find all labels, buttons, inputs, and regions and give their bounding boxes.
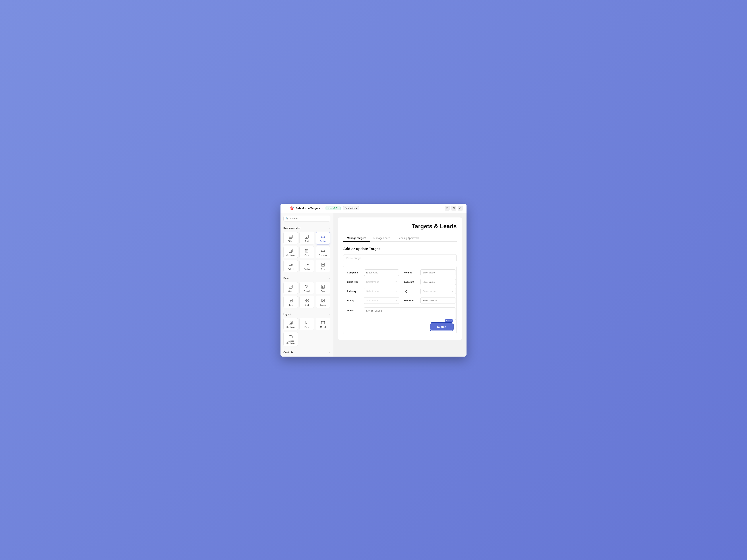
svg-rect-22 bbox=[289, 285, 292, 288]
section-recommended-chevron-icon[interactable]: ▾ bbox=[329, 227, 330, 229]
live-badge: Live v0.2.1 bbox=[326, 206, 341, 210]
form-grid: Company Holding Sales Rep Select bbox=[347, 269, 453, 320]
widget-form-layout[interactable]: Form bbox=[300, 318, 314, 330]
svg-point-20 bbox=[307, 264, 308, 265]
select-industry[interactable]: Select value ▾ bbox=[364, 288, 399, 294]
textinput-icon bbox=[321, 249, 325, 253]
section-controls: Controls ▾ bbox=[281, 348, 333, 356]
widget-funnel[interactable]: Funnel bbox=[300, 282, 314, 294]
widget-table-label: Table bbox=[288, 240, 293, 242]
section-layout-chevron-icon[interactable]: ▾ bbox=[329, 313, 330, 315]
image-icon bbox=[321, 298, 325, 303]
text-data-icon bbox=[288, 298, 293, 303]
widget-select-label: Select bbox=[288, 268, 293, 270]
section-data-chevron-icon[interactable]: ▾ bbox=[329, 277, 330, 279]
section-recommended-header: Recommended ▾ bbox=[283, 227, 330, 230]
search-wrapper: 🔍 bbox=[283, 216, 330, 221]
svg-rect-35 bbox=[307, 301, 308, 302]
label-company: Company bbox=[347, 271, 362, 274]
widget-textinput[interactable]: Text Input bbox=[316, 246, 330, 258]
section-recommended-label: Recommended bbox=[283, 227, 300, 230]
view-icon-button-2[interactable]: ⊟ bbox=[451, 206, 456, 211]
select-target-wrapper: Select Target ▾ bbox=[343, 254, 457, 262]
widget-form-layout-label: Form bbox=[305, 326, 309, 328]
production-dropdown[interactable]: Production ▾ bbox=[343, 206, 359, 210]
widget-table[interactable]: Table bbox=[283, 232, 298, 244]
select-hq[interactable]: Select value ▾ bbox=[420, 288, 456, 294]
widget-chart-data[interactable]: Chart bbox=[283, 282, 298, 294]
section-data-label: Data bbox=[283, 277, 288, 279]
svg-point-37 bbox=[322, 300, 323, 300]
select-hq-value: Select value bbox=[423, 290, 436, 293]
form-row-industry: Industry Select value ▾ bbox=[347, 288, 399, 294]
svg-rect-11 bbox=[290, 250, 292, 252]
select-rating[interactable]: Select value ▾ bbox=[364, 297, 399, 304]
widget-image[interactable]: Image bbox=[316, 296, 330, 308]
label-rating: Rating bbox=[347, 299, 362, 302]
input-investors[interactable] bbox=[420, 279, 456, 285]
app-title: Salesforce Targets bbox=[296, 207, 320, 210]
submit-btn-wrapper: Button Submit bbox=[430, 323, 453, 330]
input-revenue[interactable] bbox=[420, 297, 456, 304]
label-notes: Notes bbox=[347, 308, 362, 312]
search-input[interactable] bbox=[290, 217, 328, 220]
form-row-revenue: Revenue bbox=[404, 297, 456, 304]
svg-rect-0 bbox=[289, 235, 292, 238]
table-data-icon bbox=[321, 285, 325, 289]
select-sales-rep[interactable]: Select value ▾ bbox=[364, 279, 399, 285]
svg-rect-44 bbox=[321, 321, 325, 324]
section-recommended: Recommended ▾ Table Text bbox=[281, 224, 333, 274]
section-controls-chevron-icon[interactable]: ▾ bbox=[329, 351, 330, 353]
title-chevron-icon[interactable]: ▾ bbox=[322, 207, 323, 210]
search-icon: 🔍 bbox=[285, 217, 288, 220]
funnel-icon bbox=[305, 285, 309, 289]
text-icon bbox=[305, 235, 309, 239]
view-icon-button-1[interactable]: ⬡ bbox=[445, 206, 450, 211]
widget-container-layout[interactable]: Container bbox=[283, 318, 298, 330]
input-holding[interactable] bbox=[420, 269, 456, 276]
widget-grid[interactable]: Grid bbox=[300, 296, 314, 308]
widget-form[interactable]: Form bbox=[300, 246, 314, 258]
widget-textinput-label: Text Input bbox=[318, 254, 327, 256]
select-icon bbox=[288, 263, 293, 267]
input-company[interactable] bbox=[364, 269, 399, 276]
table-icon bbox=[288, 235, 293, 239]
label-revenue: Revenue bbox=[404, 299, 418, 302]
widget-chart-rec[interactable]: Chart bbox=[316, 260, 330, 272]
data-widget-grid: Chart Funnel Table Text bbox=[283, 282, 330, 308]
label-sales-rep: Sales Rep bbox=[347, 281, 362, 283]
tab-manage-targets[interactable]: Manage Targets bbox=[343, 235, 370, 242]
widget-tabbed-container[interactable]: Tabbed Container bbox=[283, 331, 298, 346]
modal-icon bbox=[321, 320, 325, 325]
widget-select[interactable]: Select bbox=[283, 260, 298, 272]
widget-switch[interactable]: Switch bbox=[300, 260, 314, 272]
widget-form-label: Form bbox=[305, 254, 309, 256]
chart-rec-icon bbox=[321, 263, 325, 267]
view-icon-button-3[interactable]: ⬡ bbox=[458, 206, 463, 211]
widget-text-data[interactable]: Text bbox=[283, 296, 298, 308]
form-layout-icon bbox=[305, 320, 309, 325]
main-layout: 🔍 Recommended ▾ Table bbox=[281, 213, 466, 356]
tabbed-container-icon bbox=[288, 334, 293, 339]
widget-text[interactable]: Text bbox=[300, 232, 314, 244]
widget-button-label: Button bbox=[320, 240, 326, 242]
back-button[interactable]: ← bbox=[284, 206, 287, 210]
form-row-investors: Investors bbox=[404, 279, 456, 285]
widget-button[interactable]: Button bbox=[316, 232, 330, 244]
form-row-company: Company bbox=[347, 269, 399, 276]
app-logo: 🎯 bbox=[290, 206, 293, 210]
select-target-dropdown[interactable]: Select Target ▾ bbox=[343, 254, 457, 262]
select-target-placeholder: Select Target bbox=[346, 257, 361, 260]
button-type-badge: Button bbox=[445, 319, 453, 322]
widget-modal[interactable]: Modal bbox=[316, 318, 330, 330]
submit-button[interactable]: Submit bbox=[430, 323, 453, 330]
tab-pending-approvals[interactable]: Pending Approvals bbox=[394, 235, 422, 242]
container-layout-icon bbox=[288, 320, 293, 325]
widget-table-data[interactable]: Table bbox=[316, 282, 330, 294]
svg-rect-32 bbox=[305, 299, 307, 300]
tab-manage-leads[interactable]: Manage Leads bbox=[370, 235, 394, 242]
select-sales-rep-chevron-icon: ▾ bbox=[395, 281, 397, 283]
widget-container[interactable]: Container bbox=[283, 246, 298, 258]
svg-rect-21 bbox=[321, 263, 325, 266]
textarea-notes[interactable] bbox=[364, 308, 456, 320]
